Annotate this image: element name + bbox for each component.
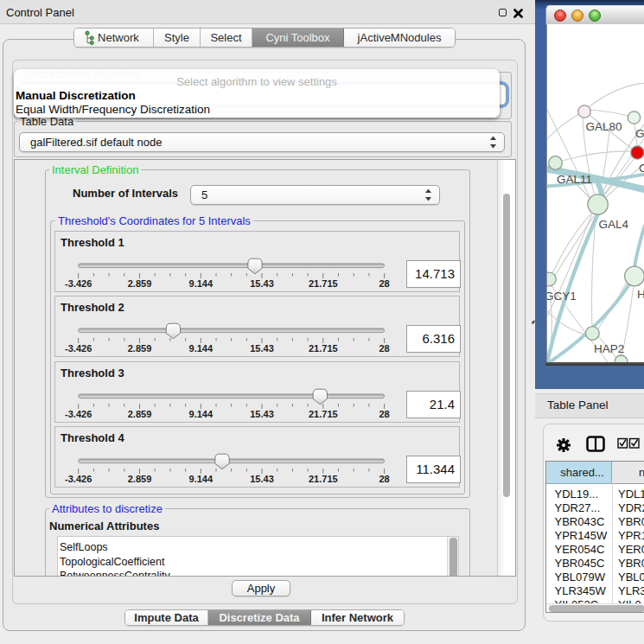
svg-text:HA: HA [637, 288, 644, 301]
svg-text:9.144: 9.144 [189, 278, 214, 289]
svg-text:9.144: 9.144 [189, 474, 214, 484]
svg-text:2.859: 2.859 [128, 409, 152, 419]
svg-text:21.715: 21.715 [309, 474, 338, 484]
svg-text:HAP2: HAP2 [594, 342, 624, 355]
svg-text:15.43: 15.43 [250, 343, 274, 354]
svg-text:GA: GA [635, 127, 644, 140]
svg-text:GAL4: GAL4 [599, 218, 629, 231]
svg-text:21.715: 21.715 [309, 409, 338, 419]
svg-text:28: 28 [379, 409, 389, 419]
svg-text:28: 28 [379, 343, 389, 354]
svg-text:2.859: 2.859 [128, 343, 152, 354]
svg-text:-3.426: -3.426 [65, 343, 92, 354]
svg-text:21.715: 21.715 [309, 343, 338, 354]
svg-text:2.859: 2.859 [128, 278, 152, 289]
svg-text:GAL80: GAL80 [586, 120, 622, 133]
svg-text:28: 28 [379, 278, 389, 289]
svg-text:21.715: 21.715 [309, 278, 338, 289]
svg-text:15.43: 15.43 [250, 409, 274, 419]
svg-text:15.43: 15.43 [250, 474, 274, 484]
svg-text:9.144: 9.144 [189, 343, 214, 354]
svg-text:9.144: 9.144 [189, 409, 214, 419]
svg-text:GAL11: GAL11 [557, 173, 592, 186]
svg-text:C: C [639, 162, 644, 175]
svg-text:2.859: 2.859 [128, 474, 152, 484]
svg-text:GCY1: GCY1 [547, 290, 577, 303]
svg-text:-3.426: -3.426 [65, 278, 92, 289]
svg-text:-3.426: -3.426 [65, 409, 92, 419]
svg-text:28: 28 [379, 474, 389, 484]
svg-text:15.43: 15.43 [250, 278, 274, 289]
svg-text:-3.426: -3.426 [65, 474, 92, 484]
